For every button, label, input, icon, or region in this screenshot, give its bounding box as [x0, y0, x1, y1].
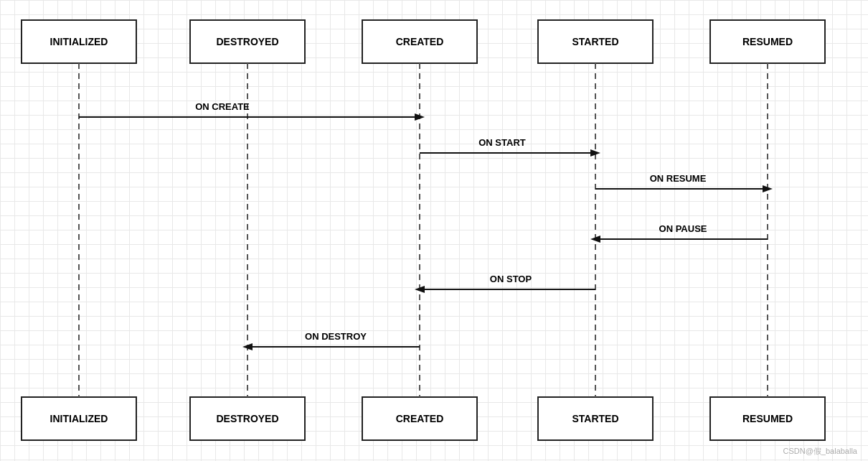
svg-text:ON START: ON START: [478, 137, 526, 148]
svg-text:ON STOP: ON STOP: [490, 274, 532, 284]
svg-text:CREATED: CREATED: [396, 413, 444, 424]
svg-text:ON DESTROY: ON DESTROY: [305, 331, 367, 342]
svg-text:DESTROYED: DESTROYED: [216, 413, 278, 424]
svg-text:INITIALIZED: INITIALIZED: [50, 413, 108, 424]
svg-text:DESTROYED: DESTROYED: [216, 36, 278, 47]
svg-text:STARTED: STARTED: [572, 36, 618, 47]
svg-text:RESUMED: RESUMED: [742, 36, 793, 47]
svg-text:ON CREATE: ON CREATE: [195, 101, 250, 112]
svg-text:ON RESUME: ON RESUME: [650, 173, 707, 184]
sequence-diagram: INITIALIZED DESTROYED CREATED STARTED RE…: [0, 0, 868, 461]
diagram-svg: INITIALIZED DESTROYED CREATED STARTED RE…: [0, 0, 868, 461]
svg-text:CREATED: CREATED: [396, 36, 444, 47]
svg-text:STARTED: STARTED: [572, 413, 618, 424]
svg-text:CSDN@假_balaballa: CSDN@假_balaballa: [783, 447, 858, 455]
svg-text:RESUMED: RESUMED: [742, 413, 793, 424]
svg-text:ON PAUSE: ON PAUSE: [659, 223, 707, 234]
svg-text:INITIALIZED: INITIALIZED: [50, 36, 108, 47]
